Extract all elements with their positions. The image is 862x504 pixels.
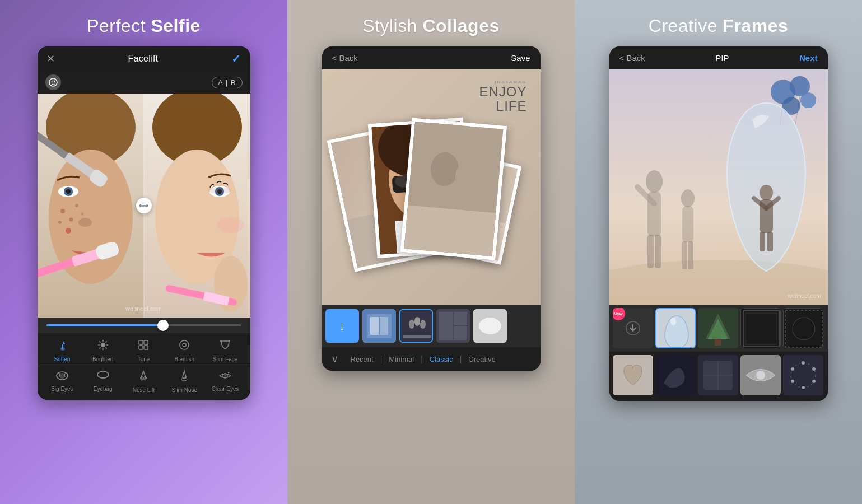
blemish-tool[interactable]: Blemish [167, 339, 201, 362]
collage-templates-strip: ↓ [322, 305, 541, 347]
frame-template-8[interactable] [740, 355, 781, 395]
recent-tab[interactable]: Recent [344, 355, 380, 363]
classic-tab[interactable]: Classic [423, 355, 460, 363]
svg-point-141 [812, 380, 816, 383]
big-eyes-icon [55, 371, 69, 384]
template-4[interactable] [473, 309, 507, 343]
svg-point-139 [802, 361, 805, 365]
new-badge: New [613, 308, 625, 320]
svg-line-39 [105, 347, 106, 348]
phone-frames-mockup: < Back PIP Next [609, 46, 828, 401]
slim-nose-tool[interactable]: Slim Nose [167, 370, 201, 393]
slim-face-tool[interactable]: Slim Face [208, 339, 242, 362]
svg-point-2 [54, 81, 55, 82]
panel-collage: Stylish Collages < Back Save INSTAMAG EN… [287, 0, 575, 504]
face-after [144, 94, 250, 318]
svg-point-84 [420, 320, 426, 329]
svg-rect-85 [403, 335, 431, 338]
clear-eyes-label: Clear Eyes [212, 386, 239, 392]
svg-point-91 [479, 318, 501, 334]
ab-badge[interactable]: A | B [212, 77, 242, 88]
frames-download-button[interactable]: New [613, 308, 653, 348]
svg-point-11 [69, 218, 73, 222]
selfie-panel-title: Perfect Selfie [87, 16, 201, 36]
close-icon[interactable]: ✕ [46, 53, 55, 65]
drop-frame-template[interactable] [655, 308, 696, 348]
slider-track[interactable] [46, 324, 241, 326]
download-icon: ↓ [339, 319, 345, 333]
slim-nose-label: Slim Nose [171, 387, 197, 393]
slim-nose-icon [178, 370, 190, 385]
panel-frames: Creative Frames < Back PIP Next [575, 0, 862, 504]
svg-point-21 [217, 217, 245, 233]
svg-rect-137 [783, 355, 823, 395]
phone-selfie-mockup: ✕ Facelift ✓ A | B [38, 46, 250, 400]
eyebag-icon [96, 371, 110, 384]
split-handle[interactable]: ⟺ [136, 198, 152, 213]
collage-panel-title: Stylish Collages [362, 16, 500, 36]
panel-selfie: Perfect Selfie ✕ Facelift ✓ A | B [0, 0, 287, 504]
slim-face-icon [219, 339, 231, 354]
eyebag-label: Eyebag [94, 386, 113, 392]
frames-back-button[interactable]: < Back [619, 53, 645, 63]
selfie-title-normal: Perfect [87, 16, 151, 36]
svg-rect-87 [439, 312, 453, 340]
nose-lift-tool[interactable]: Nose Lift [127, 370, 160, 393]
template-1[interactable] [362, 309, 396, 343]
svg-line-59 [228, 372, 230, 373]
soften-label: Soften [54, 356, 70, 362]
collage-save-button[interactable]: Save [511, 53, 530, 63]
frame-template-4[interactable] [783, 308, 823, 348]
frame-template-7[interactable] [698, 355, 738, 395]
frame-template-9[interactable] [783, 355, 823, 395]
svg-rect-88 [454, 312, 467, 325]
selfie-toolbar: ✕ Facelift ✓ [38, 46, 250, 71]
green-frame-template[interactable] [698, 308, 738, 348]
frame-template-3[interactable] [740, 308, 781, 348]
svg-point-82 [409, 320, 414, 329]
svg-point-109 [760, 185, 773, 200]
adjustment-slider-area [38, 318, 250, 333]
eyebag-tool[interactable]: Eyebag [86, 371, 120, 392]
svg-rect-89 [454, 326, 467, 340]
template-3[interactable] [436, 309, 470, 343]
download-button[interactable]: ↓ [325, 309, 359, 343]
svg-line-60 [229, 374, 231, 374]
clear-eyes-icon [218, 371, 232, 384]
frames-next-button[interactable]: Next [799, 53, 818, 63]
svg-point-20 [208, 187, 231, 194]
tone-icon [137, 339, 150, 354]
collage-back-button[interactable]: < Back [332, 53, 358, 63]
photo-card-3 [400, 118, 506, 260]
svg-point-140 [812, 367, 816, 371]
big-eyes-tool[interactable]: Big Eyes [45, 371, 79, 392]
confirm-icon[interactable]: ✓ [231, 52, 241, 66]
category-tabs: ∨ Recent | Minimal | Classic | Creative [322, 347, 541, 371]
svg-line-41 [99, 347, 100, 348]
svg-rect-126 [784, 309, 823, 348]
collage-toolbar: < Back Save [322, 46, 541, 69]
tone-tool[interactable]: Tone [127, 339, 160, 362]
frames-strip-row2 [609, 352, 828, 401]
svg-rect-42 [139, 340, 143, 344]
svg-point-33 [101, 343, 105, 347]
svg-rect-97 [655, 235, 661, 268]
clear-eyes-tool[interactable]: Clear Eyes [208, 371, 242, 392]
svg-point-8 [78, 218, 92, 227]
slider-thumb[interactable] [157, 320, 169, 331]
minimal-tab[interactable]: Minimal [382, 355, 421, 363]
brighten-label: Brighten [92, 356, 113, 362]
svg-point-136 [756, 371, 765, 380]
soften-tool[interactable]: Soften [45, 339, 79, 362]
facelift-title: Facelift [128, 54, 159, 64]
creative-tab[interactable]: Creative [462, 355, 502, 363]
frames-strip-row1: New [609, 305, 828, 352]
expand-icon[interactable]: ∨ [331, 353, 338, 365]
frame-template-5[interactable] [613, 355, 653, 395]
frame-template-6[interactable] [655, 355, 696, 395]
svg-point-142 [802, 386, 805, 389]
svg-point-83 [414, 317, 420, 326]
brighten-tool[interactable]: Brighten [86, 339, 120, 362]
template-2-selected[interactable] [399, 309, 433, 343]
svg-rect-101 [682, 241, 687, 269]
